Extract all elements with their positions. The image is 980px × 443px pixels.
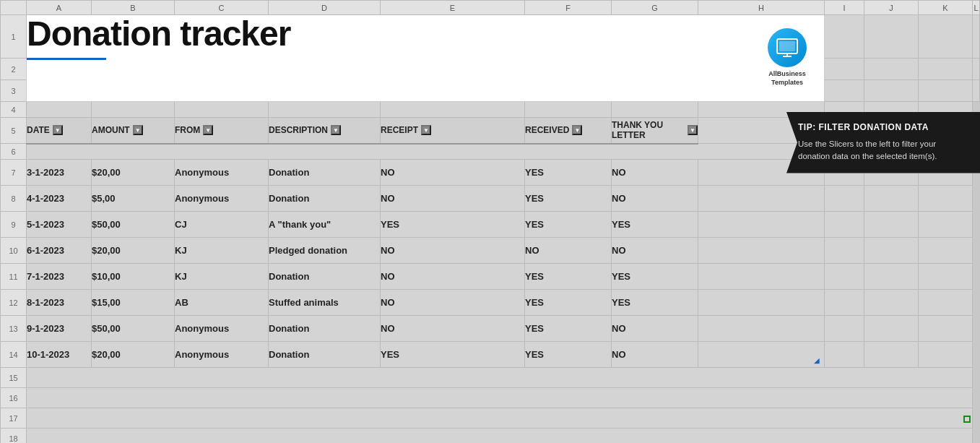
cell-from-0: Anonymous [175, 160, 269, 186]
date-filter-btn[interactable]: ▼ [53, 125, 63, 135]
col-e: E [381, 1, 525, 15]
cell-amount-3: $20,00 [92, 238, 175, 264]
col-header-date: DATE ▼ [27, 118, 92, 144]
rownum-18: 18 [1, 429, 27, 444]
rownum-4: 4 [1, 102, 27, 118]
cell-desc-5: Stuffed animals [269, 290, 381, 316]
spreadsheet: TIP: FILTER DONATION DATA Use the Slicer… [0, 0, 980, 443]
cell-j10 [825, 238, 864, 264]
cell-f4 [381, 102, 525, 118]
cell-received-5: YES [525, 290, 612, 316]
header-underline [27, 58, 106, 60]
app-title: Donation tracker [27, 15, 290, 53]
cell-receipt-4: NO [381, 264, 525, 290]
cell-receipt-6: NO [381, 316, 525, 342]
received-filter-btn[interactable]: ▼ [572, 125, 582, 135]
cell-i2 [825, 59, 864, 80]
cell-h4 [612, 102, 698, 118]
col-header-receipt: RECEIPT ▼ [381, 118, 525, 144]
cell-date-7: 10-1-2023 [27, 342, 92, 368]
rownum-15: 15 [1, 368, 27, 388]
cell-desc-3: Pledged donation [269, 238, 381, 264]
cell-k11 [864, 264, 919, 290]
cell-desc-0: Donation [269, 160, 381, 186]
cell-j11 [825, 264, 864, 290]
from-label: FROM [175, 125, 200, 135]
cell-l13 [919, 316, 973, 342]
cell-l3 [973, 80, 980, 102]
col-l: L [973, 1, 980, 15]
cell-c4 [92, 102, 175, 118]
cell-thankyou-5: YES [612, 290, 698, 316]
cell-k2 [919, 59, 973, 80]
col-g: G [612, 1, 698, 15]
table-row: 13 9-1-2023 $50,00 Anonymous Donation NO… [1, 316, 980, 342]
cell-i1 [825, 15, 864, 59]
cell-received-0: YES [525, 160, 612, 186]
col-header-row: A B C D E F G H I J K L [1, 1, 980, 15]
rownum-3: 3 [1, 80, 27, 102]
col-a: A [27, 1, 92, 15]
logo-area: AllBusinessTemplates [768, 28, 807, 87]
table-row: 12 8-1-2023 $15,00 AB Stuffed animals NO… [1, 290, 980, 316]
date-label: DATE [27, 125, 50, 135]
cell-date-4: 7-1-2023 [27, 264, 92, 290]
logo-text: AllBusinessTemplates [768, 70, 806, 87]
amount-label: AMOUNT [92, 125, 130, 135]
cell-i11 [698, 264, 825, 290]
cell-receipt-1: NO [381, 186, 525, 212]
cell-i13 [698, 316, 825, 342]
cell-date-1: 4-1-2023 [27, 186, 92, 212]
received-label: RECEIVED [525, 125, 569, 135]
cell-l2 [973, 59, 980, 80]
cell-received-7: YES [525, 342, 612, 368]
rownum-10: 10 [1, 238, 27, 264]
cell-receipt-3: NO [381, 238, 525, 264]
cell-j1 [864, 15, 919, 59]
cell-thankyou-7: NO [612, 342, 698, 368]
col-header-description: DESCRIPTION ▼ [269, 118, 381, 144]
cell-desc-6: Donation [269, 316, 381, 342]
cell-amount-6: $50,00 [92, 316, 175, 342]
cell-k12 [864, 290, 919, 316]
cell-j2 [864, 59, 919, 80]
cell-thankyou-6: NO [612, 316, 698, 342]
monitor-icon [776, 38, 799, 58]
col-k: K [919, 1, 973, 15]
rownum-2: 2 [1, 59, 27, 80]
col-b: B [92, 1, 175, 15]
cell-amount-0: $20,00 [92, 160, 175, 186]
description-filter-btn[interactable]: ▼ [331, 125, 341, 135]
receipt-filter-btn[interactable]: ▼ [421, 125, 431, 135]
tip-title: TIP: FILTER DONATION DATA [798, 122, 968, 132]
cell-j9 [825, 212, 864, 238]
row-18: 18 [1, 429, 980, 444]
cell-l11 [919, 264, 973, 290]
cell-i14: ◢ [698, 342, 825, 368]
cell-j3 [864, 80, 919, 102]
rownum-13: 13 [1, 316, 27, 342]
receipt-label: RECEIPT [381, 125, 418, 135]
col-j: J [864, 1, 919, 15]
cell-date-6: 9-1-2023 [27, 316, 92, 342]
amount-filter-btn[interactable]: ▼ [133, 125, 143, 135]
cell-received-1: YES [525, 186, 612, 212]
cell-i8 [698, 186, 825, 212]
cell-l9 [919, 212, 973, 238]
cell-desc-7: Donation [269, 342, 381, 368]
cell-received-6: YES [525, 316, 612, 342]
header-merged-cell: Donation tracker [27, 15, 825, 102]
thank-you-filter-btn[interactable]: ▼ [688, 125, 698, 135]
thank-you-label: THANK YOU LETTER [612, 120, 685, 140]
cell-thankyou-2: YES [612, 212, 698, 238]
resize-handle: ◢ [814, 356, 820, 364]
cell-i12 [698, 290, 825, 316]
cell-k10 [864, 238, 919, 264]
cell-d4 [175, 102, 269, 118]
tip-box: TIP: FILTER DONATION DATA Use the Slicer… [786, 112, 980, 173]
cell-from-5: AB [175, 290, 269, 316]
cell-j8 [825, 186, 864, 212]
cell-received-4: YES [525, 264, 612, 290]
from-filter-btn[interactable]: ▼ [203, 125, 213, 135]
cell-date-0: 3-1-2023 [27, 160, 92, 186]
